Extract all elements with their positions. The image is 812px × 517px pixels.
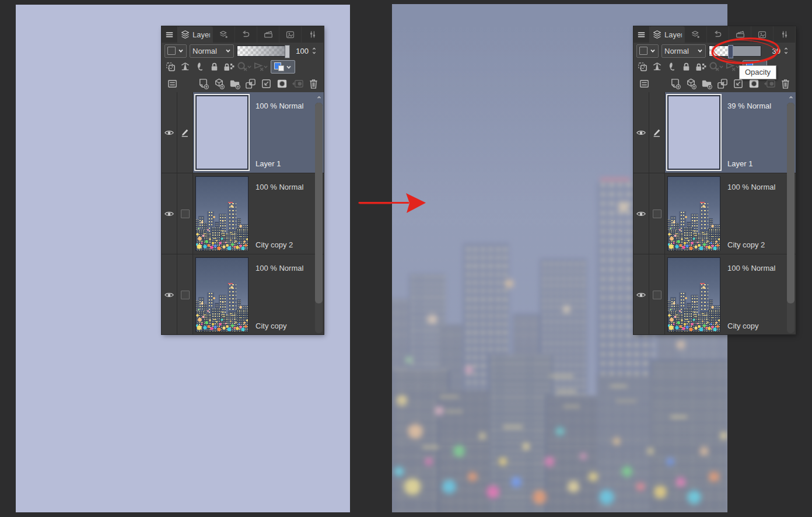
transfer-to-lower-layer-button[interactable]: [243, 77, 258, 90]
layer-visibility-toggle[interactable]: [634, 92, 649, 173]
layer-checkbox[interactable]: [649, 173, 665, 254]
new-raster-layer-button[interactable]: [667, 77, 682, 90]
layer-row-main[interactable]: 100 % Normal Layer 1: [193, 92, 324, 173]
ruler-range-button[interactable]: [724, 60, 740, 74]
tab-timeline[interactable]: [257, 26, 279, 43]
clip-to-layer-below-button[interactable]: [635, 60, 649, 74]
palette-tab-bar: Layer: [162, 26, 324, 43]
scrollbar-up-icon[interactable]: [314, 93, 323, 101]
layer-thumbnail[interactable]: [667, 95, 720, 170]
reference-layer-button[interactable]: [178, 60, 192, 74]
new-raster-layer-button[interactable]: [195, 77, 211, 90]
layer-row: 100 % Normal City copy: [162, 254, 324, 334]
apply-mask-button[interactable]: [290, 77, 305, 90]
delete-layer-button[interactable]: [778, 77, 793, 90]
layer-row: 100 % Normal City copy 2: [634, 173, 796, 254]
layer-thumbnail[interactable]: [195, 257, 249, 332]
scrollbar-thumb[interactable]: [315, 103, 323, 303]
palette-color-swatch: [639, 47, 648, 55]
tab-layer-property[interactable]: [685, 26, 707, 43]
create-layer-mask-button[interactable]: [274, 77, 289, 90]
layer-status: 39 % Normal: [727, 102, 796, 110]
lock-transparent-pixels-button[interactable]: [222, 60, 236, 74]
tab-timeline[interactable]: [729, 26, 751, 43]
transfer-to-lower-layer-button[interactable]: [715, 77, 730, 90]
tab-history[interactable]: [235, 26, 257, 43]
scrollbar-thumb[interactable]: [787, 103, 794, 303]
layer-checkbox[interactable]: [177, 173, 193, 254]
delete-layer-button[interactable]: [306, 77, 321, 90]
layer-visibility-toggle[interactable]: [634, 173, 649, 254]
ruler-range-button[interactable]: [253, 60, 268, 74]
tab-tool-property[interactable]: [774, 26, 796, 43]
layer-thumbnail[interactable]: [195, 176, 249, 251]
blend-mode-dropdown[interactable]: Normal: [662, 44, 706, 58]
opacity-slider-handle[interactable]: [728, 45, 733, 58]
tab-history[interactable]: [707, 26, 729, 43]
layer-name[interactable]: Layer 1: [727, 159, 752, 168]
layer-list: 100 % Normal Layer 1 100 % Normal City c…: [162, 92, 324, 334]
layer-checkbox[interactable]: [177, 254, 193, 334]
layer-visibility-toggle[interactable]: [634, 254, 649, 334]
scrollbar-track[interactable]: [315, 103, 323, 333]
merge-with-lower-layer-button[interactable]: [258, 77, 274, 90]
opacity-slider-handle[interactable]: [285, 45, 290, 58]
opacity-slider[interactable]: [709, 46, 761, 57]
layer-checkbox[interactable]: [649, 254, 665, 334]
palette-color-dropdown[interactable]: [164, 44, 187, 58]
layer-row-main[interactable]: 39 % Normal Layer 1: [665, 92, 796, 173]
layer-name[interactable]: City copy: [256, 322, 286, 330]
lock-transparent-pixels-button[interactable]: [694, 60, 708, 74]
layer-list-scrollbar[interactable]: [314, 93, 323, 333]
tab-navigator[interactable]: [751, 26, 774, 43]
tab-layer-property[interactable]: [213, 26, 235, 43]
layer-row-main[interactable]: 100 % Normal City copy 2: [665, 173, 796, 254]
layer-row-main[interactable]: 100 % Normal City copy 2: [193, 173, 324, 254]
lock-layer-button[interactable]: [679, 60, 693, 74]
palette-options-button[interactable]: [164, 77, 180, 90]
scrollbar-up-icon[interactable]: [786, 93, 795, 101]
reference-layer-button[interactable]: [650, 60, 664, 74]
palette-options-button[interactable]: [636, 77, 652, 90]
palette-menu-button[interactable]: [634, 26, 650, 43]
tab-tool-property[interactable]: [302, 26, 324, 43]
draft-layer-button[interactable]: [192, 60, 206, 74]
new-vector-layer-button[interactable]: [683, 77, 698, 90]
layer-name[interactable]: City copy 2: [727, 240, 765, 249]
tab-navigator[interactable]: [279, 26, 302, 43]
draft-layer-button[interactable]: [664, 60, 678, 74]
layer-thumbnail[interactable]: [195, 95, 249, 170]
palette-menu-button[interactable]: [162, 26, 178, 43]
blend-mode-value: Normal: [664, 47, 689, 55]
opacity-value: 39: [764, 47, 780, 55]
enable-mask-button[interactable]: [708, 60, 724, 74]
palette-color-dropdown[interactable]: [636, 44, 659, 58]
palette-color-swatch: [167, 47, 176, 55]
new-layer-folder-button[interactable]: [699, 77, 714, 90]
scrollbar-track[interactable]: [787, 103, 794, 333]
blend-mode-dropdown[interactable]: Normal: [190, 44, 234, 58]
layer-status: 100 % Normal: [256, 264, 324, 273]
layer-list-scrollbar[interactable]: [786, 93, 795, 333]
lock-layer-button[interactable]: [207, 60, 221, 74]
layer-row-main[interactable]: 100 % Normal City copy: [665, 254, 796, 334]
clip-to-layer-below-button[interactable]: [163, 60, 177, 74]
tab-layer[interactable]: Layer: [178, 26, 213, 43]
layer-visibility-toggle[interactable]: [162, 173, 177, 254]
opacity-slider[interactable]: [237, 46, 289, 57]
layer-name[interactable]: City copy: [727, 322, 758, 330]
enable-mask-button[interactable]: [236, 60, 252, 74]
opacity-spinner[interactable]: [783, 47, 789, 55]
layer-thumbnail[interactable]: [667, 176, 720, 251]
layer-name[interactable]: City copy 2: [256, 240, 293, 249]
tab-layer[interactable]: Layer: [650, 26, 685, 43]
layer-name[interactable]: Layer 1: [256, 159, 281, 168]
new-vector-layer-button[interactable]: [211, 77, 226, 90]
opacity-spinner[interactable]: [312, 47, 317, 55]
layer-row-main[interactable]: 100 % Normal City copy: [193, 254, 324, 334]
layer-visibility-toggle[interactable]: [162, 254, 177, 334]
layer-color-button[interactable]: [271, 60, 295, 74]
layer-visibility-toggle[interactable]: [162, 92, 177, 173]
layer-thumbnail[interactable]: [667, 257, 720, 332]
new-layer-folder-button[interactable]: [227, 77, 242, 90]
